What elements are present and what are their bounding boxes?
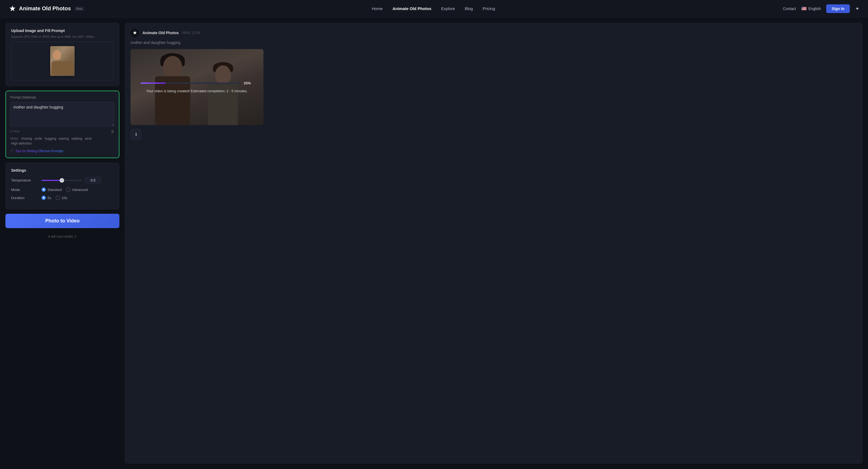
mode-advanced-radio[interactable] xyxy=(66,187,70,192)
duration-10s-radio[interactable] xyxy=(56,195,60,200)
beta-badge: Beta xyxy=(74,6,84,11)
upload-zone[interactable] xyxy=(11,41,114,81)
delete-prompt-icon[interactable]: 🗑 xyxy=(111,129,115,133)
nav-link-pricing[interactable]: Pricing xyxy=(483,6,495,11)
mode-row: Mode Standard Advanced xyxy=(11,187,114,192)
hint-waving[interactable]: waving xyxy=(59,137,69,140)
nav-link-blog[interactable]: Blog xyxy=(465,6,473,11)
result-prompt-display: mother and daughter hugging xyxy=(130,40,857,45)
contact-link[interactable]: Contact xyxy=(783,6,796,11)
mode-label: Mode xyxy=(11,188,38,192)
mode-standard-option[interactable]: Standard xyxy=(41,187,62,192)
result-logo xyxy=(130,29,139,37)
right-panel: Animate Old Photos 09/03, 22:50 mother a… xyxy=(125,23,863,464)
duration-10s-label: 10s xyxy=(62,196,67,200)
tips-link-text[interactable]: Tips for Writing Effective Prompts xyxy=(15,149,63,153)
progress-bar-fill xyxy=(141,83,166,84)
hint-smile[interactable]: smile xyxy=(34,137,42,140)
mode-advanced-label: Advanced xyxy=(72,188,88,192)
nav-link-animate[interactable]: Animate Old Photos xyxy=(392,6,431,11)
navbar: Animate Old Photos Beta Home Animate Old… xyxy=(0,0,868,18)
char-count: 27/400 xyxy=(10,130,20,133)
result-image-container: 25% Your video is being created! Estimat… xyxy=(130,49,264,125)
temperature-slider[interactable] xyxy=(41,180,82,181)
temperature-label: Temperature xyxy=(11,178,38,182)
prompt-card: Prompt (Optional) mother and daughter hu… xyxy=(5,91,119,158)
cta-cost-text: It will cost credits: 1 xyxy=(5,234,119,239)
result-header: Animate Old Photos 09/03, 22:50 xyxy=(130,29,857,37)
duration-label: Duration xyxy=(11,196,38,200)
settings-title: Settings xyxy=(11,168,114,173)
duration-5s-option[interactable]: 5s xyxy=(41,195,51,200)
hint-hugging[interactable]: hugging xyxy=(44,137,56,140)
duration-5s-label: 5s xyxy=(48,196,51,200)
hint-kissing[interactable]: Kissing xyxy=(22,137,32,140)
duration-radio-group: 5s 10s xyxy=(41,195,67,200)
mode-standard-label: Standard xyxy=(48,188,62,192)
language-label: English xyxy=(808,6,821,11)
temperature-row: Temperature 0.5 xyxy=(11,177,114,184)
hint-high-definition[interactable]: High-definition xyxy=(11,142,32,146)
duration-row: Duration 5s 10s xyxy=(11,195,114,200)
tips-link[interactable]: ⓘ Tips for Writing Effective Prompts xyxy=(10,149,115,153)
uploaded-photo-thumbnail xyxy=(50,46,74,76)
photo-to-video-button[interactable]: Photo to Video xyxy=(5,214,119,228)
logo-star-icon xyxy=(9,5,16,12)
navbar-logo-area: Animate Old Photos Beta xyxy=(9,5,84,12)
app-name-label: Animate Old Photos xyxy=(19,5,71,12)
nav-link-explore[interactable]: Explore xyxy=(441,6,455,11)
prompt-footer: 27/400 🗑 xyxy=(10,129,115,133)
mode-advanced-option[interactable]: Advanced xyxy=(66,187,88,192)
gear-icon[interactable]: ✦ xyxy=(855,6,859,12)
hint-wind[interactable]: wind xyxy=(85,137,92,140)
progress-bar-container: 25% xyxy=(141,81,254,85)
left-panel: Upload Image and Fill Prompt Supports JP… xyxy=(5,23,119,464)
language-selector[interactable]: 🇺🇸 English xyxy=(801,6,821,11)
settings-card: Settings Temperature 0.5 Mode Standard xyxy=(5,162,119,210)
info-icon: ⓘ xyxy=(10,149,13,153)
download-button[interactable]: ⬇ xyxy=(130,129,142,140)
result-app-name: Animate Old Photos xyxy=(143,31,179,35)
upload-title: Upload Image and Fill Prompt xyxy=(11,29,114,33)
nav-link-home[interactable]: Home xyxy=(372,6,382,11)
progress-text: Your video is being created! Estimated c… xyxy=(146,89,248,93)
progress-overlay: 25% Your video is being created! Estimat… xyxy=(130,49,264,125)
duration-10s-option[interactable]: 10s xyxy=(56,195,67,200)
upload-card: Upload Image and Fill Prompt Supports JP… xyxy=(5,23,119,86)
duration-5s-radio[interactable] xyxy=(41,195,46,200)
mode-standard-radio[interactable] xyxy=(41,187,46,192)
progress-bar-track xyxy=(141,83,241,84)
prompt-label: Prompt (Optional) xyxy=(10,95,115,99)
temperature-value: 0.5 xyxy=(85,177,101,184)
hint-walking[interactable]: walking xyxy=(71,137,82,140)
sign-in-button[interactable]: Sign In xyxy=(826,4,850,13)
result-timestamp: 09/03, 22:50 xyxy=(182,31,200,35)
navbar-right-area: Contact 🇺🇸 English Sign In ✦ xyxy=(783,4,859,13)
flag-icon: 🇺🇸 xyxy=(801,6,807,11)
uploaded-image-container xyxy=(12,42,113,80)
temperature-slider-container: 0.5 xyxy=(41,177,114,184)
download-icon: ⬇ xyxy=(134,132,138,137)
navbar-nav-links: Home Animate Old Photos Explore Blog Pri… xyxy=(372,6,495,11)
upload-hint: Supports JPG, PNG or JPEG files up to 4M… xyxy=(11,35,114,38)
mode-radio-group: Standard Advanced xyxy=(41,187,88,192)
hints-row: Hints: Kissing smile hugging waving walk… xyxy=(10,136,115,146)
main-layout: Upload Image and Fill Prompt Supports JP… xyxy=(0,18,868,469)
hints-label: Hints: xyxy=(10,137,19,140)
prompt-textarea[interactable]: mother and daughter hugging xyxy=(10,102,115,126)
progress-percent: 25% xyxy=(244,81,253,85)
